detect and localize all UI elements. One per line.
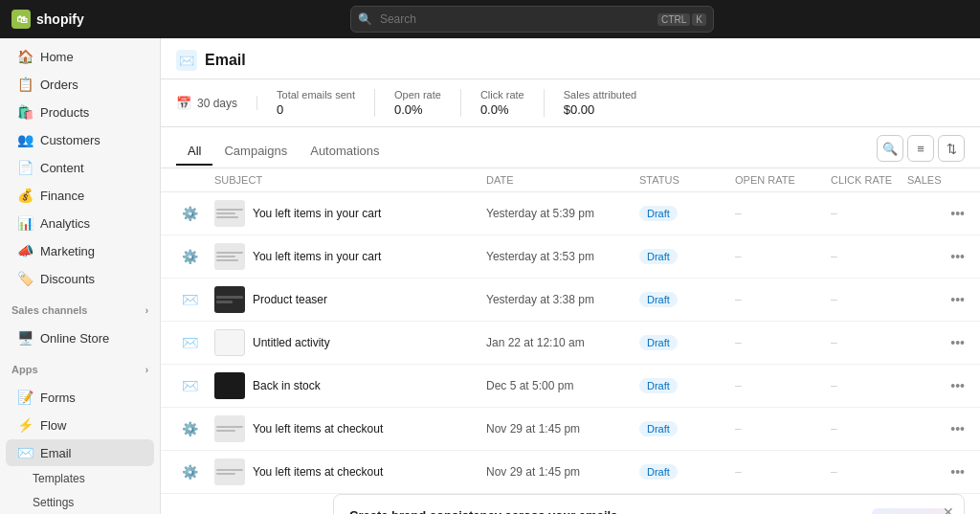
sidebar-item-orders[interactable]: 📋 Orders — [6, 71, 154, 98]
sidebar-label-content: Content — [40, 161, 84, 175]
stat-sales-value: $0.00 — [564, 102, 636, 117]
template-branding-banner: Create brand consistency across your ema… — [333, 494, 965, 514]
date-cell: Yesterday at 5:39 pm — [486, 207, 639, 220]
sidebar-item-online-store[interactable]: 🖥️ Online Store — [6, 324, 154, 351]
email-table: Subject Date Status Open rate Click rate… — [161, 168, 980, 494]
th-click-rate: Click rate — [831, 174, 907, 186]
open-rate-value: – — [735, 336, 831, 349]
subject-cell: You left items at checkout — [214, 415, 486, 442]
email-thumbnail — [214, 329, 245, 356]
online-store-icon: 🖥️ — [17, 330, 33, 346]
tab-all[interactable]: All — [176, 138, 212, 166]
open-rate-value: – — [735, 293, 831, 306]
email-thumbnail — [214, 415, 245, 442]
stats-period: 📅 30 days — [176, 96, 257, 110]
banner-area: Create brand consistency across your ema… — [161, 494, 980, 514]
click-rate-value: – — [831, 293, 907, 306]
shopify-wordmark: shopify — [36, 11, 84, 27]
sidebar-item-finance[interactable]: 💰 Finance — [6, 182, 154, 209]
table-row: ⚙️ You left items at checkout Nov 29 at … — [161, 408, 980, 451]
more-options-button[interactable]: ••• — [907, 421, 965, 436]
sidebar-item-home[interactable]: 🏠 Home — [6, 43, 154, 70]
stat-total-emails-label: Total emails sent — [277, 89, 355, 101]
row-email-icon: ✉️ — [176, 286, 203, 313]
sidebar-item-marketing[interactable]: 📣 Marketing — [6, 237, 154, 264]
marketing-icon: 📣 — [17, 243, 33, 258]
more-options-button[interactable]: ••• — [907, 249, 965, 264]
page-title: Email — [205, 52, 246, 69]
sidebar-label-marketing: Marketing — [40, 244, 95, 258]
table-row: ✉️ Untitled activity Jan 22 at 12:10 am … — [161, 322, 980, 365]
stat-click-rate-label: Click rate — [480, 89, 524, 101]
stat-open-rate-value: 0.0% — [394, 102, 441, 117]
subject-cell: You left items in your cart — [214, 243, 486, 270]
status-cell: Draft — [639, 206, 735, 221]
row-settings-icon: ⚙️ — [176, 458, 203, 485]
finance-icon: 💰 — [17, 188, 33, 203]
banner-close-button[interactable]: ✕ — [943, 504, 954, 514]
table-row: ✉️ Back in stock Dec 5 at 5:00 pm Draft … — [161, 365, 980, 408]
sidebar-main-section: 🏠 Home 📋 Orders 🛍️ Products 👥 Customers … — [0, 38, 160, 297]
more-options-button[interactable]: ••• — [907, 206, 965, 221]
open-rate-value: – — [735, 379, 831, 392]
th-open-rate: Open rate — [735, 174, 831, 186]
more-options-button[interactable]: ••• — [907, 464, 965, 480]
subject-text: You left items in your cart — [253, 250, 381, 263]
sidebar-item-products[interactable]: 🛍️ Products — [6, 99, 154, 125]
stat-open-rate: Open rate 0.0% — [375, 89, 461, 117]
status-badge: Draft — [639, 421, 678, 436]
more-options-button[interactable]: ••• — [907, 378, 965, 393]
subject-cell: You left items at checkout — [214, 458, 486, 485]
sidebar-item-customers[interactable]: 👥 Customers — [6, 126, 154, 153]
row-email-icon: ✉️ — [176, 329, 203, 356]
stats-bar: 📅 30 days Total emails sent 0 Open rate … — [161, 79, 980, 127]
status-cell: Draft — [639, 249, 735, 264]
date-cell: Nov 29 at 1:45 pm — [486, 422, 639, 436]
sidebar-item-forms[interactable]: 📝 Forms — [6, 384, 154, 411]
apps-label: Apps — [11, 364, 38, 375]
main-content: ✉️ Email 📅 30 days Total emails sent 0 O… — [161, 38, 980, 514]
filter-button[interactable]: ≡ — [907, 135, 934, 162]
sidebar-sub-settings[interactable]: Settings — [6, 491, 154, 514]
sales-channels-label: Sales channels — [11, 304, 88, 316]
email-thumbnail — [214, 458, 245, 485]
period-label: 30 days — [197, 97, 237, 110]
tab-automations[interactable]: Automations — [299, 138, 390, 166]
table-row: ⚙️ You left items at checkout Nov 29 at … — [161, 451, 980, 494]
date-cell: Dec 5 at 5:00 pm — [486, 379, 639, 392]
sidebar-label-home: Home — [40, 50, 74, 64]
sidebar-item-discounts[interactable]: 🏷️ Discounts — [6, 265, 154, 292]
status-cell: Draft — [639, 421, 735, 436]
date-cell: Jan 22 at 12:10 am — [486, 336, 639, 349]
row-settings-icon: ⚙️ — [176, 415, 203, 442]
forms-icon: 📝 — [17, 390, 33, 405]
status-cell: Draft — [639, 464, 735, 480]
stat-open-rate-label: Open rate — [394, 89, 441, 101]
sort-button[interactable]: ⇅ — [938, 135, 965, 162]
apps-section: 📝 Forms ⚡ Flow ✉️ Email Templates Settin… — [0, 379, 160, 514]
banner-text-content: Create brand consistency across your ema… — [349, 508, 860, 514]
subject-cell: Untitled activity — [214, 329, 486, 356]
search-table-button[interactable]: 🔍 — [877, 135, 903, 162]
sales-channels-header: Sales channels › — [0, 297, 160, 320]
subject-text: You left items in your cart — [253, 207, 381, 220]
stat-total-emails: Total emails sent 0 — [257, 89, 375, 117]
sidebar-label-forms: Forms — [40, 391, 76, 405]
click-rate-value: – — [831, 207, 907, 220]
more-options-button[interactable]: ••• — [907, 335, 965, 350]
click-rate-value: – — [831, 250, 907, 263]
subject-text: Untitled activity — [253, 336, 330, 349]
sidebar-item-content[interactable]: 📄 Content — [6, 154, 154, 181]
row-settings-icon: ⚙️ — [176, 243, 203, 270]
tab-campaigns[interactable]: Campaigns — [212, 138, 299, 166]
sidebar-label-flow: Flow — [40, 418, 66, 433]
sidebar-item-email[interactable]: ✉️ Email — [6, 439, 154, 466]
sidebar-sub-templates[interactable]: Templates — [6, 467, 154, 490]
discounts-icon: 🏷️ — [17, 271, 33, 286]
sidebar-sublabel-templates: Templates — [33, 472, 85, 485]
more-options-button[interactable]: ••• — [907, 292, 965, 307]
sidebar-item-analytics[interactable]: 📊 Analytics — [6, 210, 154, 236]
sidebar-item-flow[interactable]: ⚡ Flow — [6, 412, 154, 438]
page-email-icon: ✉️ — [176, 50, 197, 71]
subject-cell: Product teaser — [214, 286, 486, 313]
